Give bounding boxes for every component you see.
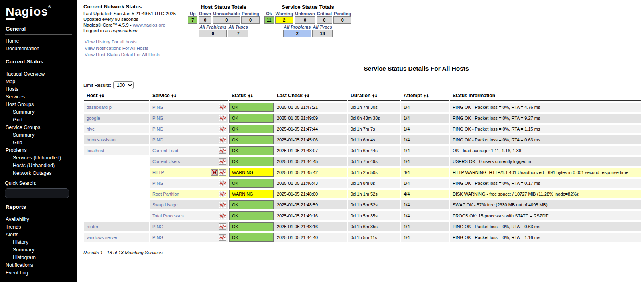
sidebar-item-home[interactable]: Home <box>0 37 77 45</box>
service-totals-header-unknown[interactable]: Unknown <box>295 11 315 16</box>
sort-desc-icon[interactable]: ⬇ <box>426 94 429 98</box>
limit-results-select[interactable]: 100 <box>113 81 134 89</box>
host-totals-header-pending[interactable]: Pending <box>241 11 259 16</box>
trend-graph-icon[interactable] <box>219 115 226 121</box>
service-totals-header-ok[interactable]: Ok <box>264 11 274 16</box>
sidebar-item-alerts[interactable]: Alerts <box>0 231 77 239</box>
column-label: Status <box>232 93 248 98</box>
host-link-router[interactable]: router <box>87 224 98 229</box>
trend-graph-icon[interactable] <box>219 223 226 230</box>
sidebar-subitem-hosts-unhandled[interactable]: Hosts (Unhandled) <box>0 162 77 170</box>
sidebar-subitem-summary[interactable]: Summary <box>0 246 77 254</box>
trend-graph-icon[interactable] <box>219 202 226 208</box>
sort-desc-icon[interactable]: ⬇ <box>250 94 253 98</box>
sidebar-item-map[interactable]: Map <box>0 78 77 86</box>
sidebar-item-tactical-overview[interactable]: Tactical Overview <box>0 70 77 78</box>
host-totals-header-up[interactable]: Up <box>188 11 197 16</box>
attempt-cell: 1/4 <box>401 125 449 133</box>
sidebar-subitem-network-outages[interactable]: Network Outages <box>0 170 77 177</box>
sidebar-item-trends[interactable]: Trends <box>0 223 77 231</box>
service-link-ping[interactable]: PING <box>152 180 163 186</box>
sidebar-subitem-summary[interactable]: Summary <box>0 108 77 116</box>
sidebar-item-hosts[interactable]: Hosts <box>0 86 77 93</box>
service-link-root-partition[interactable]: Root Partition <box>152 191 179 197</box>
sidebar-item-documentation[interactable]: Documentation <box>0 45 77 53</box>
service-link-current-load[interactable]: Current Load <box>152 148 178 153</box>
sort-desc-icon[interactable]: ⬇ <box>174 94 177 98</box>
service-link-http[interactable]: HTTP <box>152 170 164 175</box>
trend-graph-icon[interactable] <box>219 126 226 132</box>
trend-graph-icon[interactable] <box>219 169 226 176</box>
host-link-home-assistant[interactable]: home-assistant <box>87 137 117 142</box>
sort-desc-icon[interactable]: ⬇ <box>102 94 104 98</box>
sidebar-subitem-history[interactable]: History <box>0 239 77 246</box>
trend-graph-icon[interactable] <box>219 158 226 165</box>
table-row: routerPINGOK2025-01-05 21:48:160d 1h 6m … <box>84 222 641 231</box>
host-link-dashboard-pi[interactable]: dashboard-pi <box>87 105 112 110</box>
sidebar-subitem-histogram[interactable]: Histogram <box>0 254 77 262</box>
sidebar-item-service-groups[interactable]: Service Groups <box>0 124 77 131</box>
service-totals-header-all-types[interactable]: All Types <box>312 25 333 29</box>
sidebar: Nagios® GeneralHomeDocumentationCurrent … <box>0 0 77 282</box>
column-header-attempt: Attempt ⬆⬇ <box>401 92 449 101</box>
host-link-localhost[interactable]: localhost <box>87 148 104 153</box>
trend-graph-icon[interactable] <box>219 104 226 110</box>
sort-desc-icon[interactable]: ⬇ <box>307 94 309 98</box>
service-totals-title: Service Status Totals <box>263 4 353 10</box>
sidebar-item-notifications[interactable]: Notifications <box>0 262 77 269</box>
host-totals-header-unreachable[interactable]: Unreachable <box>213 11 240 16</box>
service-totals-header-all-problems[interactable]: All Problems <box>283 25 311 29</box>
sidebar-subitem-services-unhandled[interactable]: Services (Unhandled) <box>0 154 77 162</box>
table-row: PINGOK2025-01-05 21:46:430d 1h 8m 8s1/4P… <box>84 179 641 188</box>
service-link-ping[interactable]: PING <box>152 137 163 143</box>
host-link-google[interactable]: google <box>87 116 100 121</box>
duration-cell: 0d 1h 7m 7s <box>348 125 400 133</box>
view-link-view-notifications-for-all-hosts[interactable]: View Notifications For All Hosts <box>83 45 186 51</box>
quick-search-input[interactable] <box>5 188 69 198</box>
sidebar-item-problems[interactable]: Problems <box>0 147 77 154</box>
service-link-ping[interactable]: PING <box>152 126 163 132</box>
service-link-ping[interactable]: PING <box>152 115 163 121</box>
trend-graph-icon[interactable] <box>219 180 226 186</box>
host-cell: router <box>84 222 149 231</box>
table-row: localhostCurrent LoadOK2025-01-05 21:48:… <box>84 146 641 155</box>
trend-graph-icon[interactable] <box>219 191 226 197</box>
service-link-ping[interactable]: PING <box>152 235 163 240</box>
nagios-org-link[interactable]: www.nagios.org <box>133 22 165 27</box>
sort-desc-icon[interactable]: ⬇ <box>374 94 377 98</box>
table-row: dashboard-piPINGOK2025-01-05 21:47:210d … <box>84 103 641 112</box>
trend-graph-icon[interactable] <box>219 234 226 241</box>
host-totals-header-all-problems[interactable]: All Problems <box>199 25 227 29</box>
sidebar-item-availability[interactable]: Availability <box>0 216 77 223</box>
sort-icons: ⬆⬇ <box>423 94 429 98</box>
service-link-ping[interactable]: PING <box>152 104 163 110</box>
view-link-view-host-status-detail-for-all-hosts[interactable]: View Host Status Detail For All Hosts <box>83 51 186 58</box>
sidebar-item-services[interactable]: Services <box>0 93 77 101</box>
host-totals-header-down[interactable]: Down <box>199 11 211 16</box>
trend-graph-icon[interactable] <box>219 213 226 219</box>
service-cell: Total Processes <box>150 211 228 220</box>
service-link-ping[interactable]: PING <box>152 224 163 229</box>
sidebar-subitem-grid[interactable]: Grid <box>0 139 77 147</box>
trend-graph-icon[interactable] <box>219 147 226 154</box>
service-link-total-processes[interactable]: Total Processes <box>152 213 184 219</box>
sidebar-item-host-groups[interactable]: Host Groups <box>0 101 77 108</box>
sidebar-subitem-grid[interactable]: Grid <box>0 116 77 124</box>
quick-search-label: Quick Search: <box>0 177 77 187</box>
service-cell: PING <box>150 125 228 133</box>
service-totals-count-all-types: 13 <box>312 30 333 37</box>
status-info-cell: PING OK - Packet loss = 0%, RTA = 1.15 m… <box>450 125 641 133</box>
service-totals-header-warning[interactable]: Warning <box>275 11 294 16</box>
service-totals-header-pending[interactable]: Pending <box>333 11 351 16</box>
host-totals-header-all-types[interactable]: All Types <box>228 25 248 29</box>
sidebar-item-event-log[interactable]: Event Log <box>0 269 77 277</box>
host-totals-count-down: 0 <box>199 16 211 24</box>
service-link-current-users[interactable]: Current Users <box>152 159 180 164</box>
host-link-windows-server[interactable]: windows-server <box>87 235 117 240</box>
host-link-hive[interactable]: hive <box>87 127 95 131</box>
sidebar-subitem-summary[interactable]: Summary <box>0 131 77 139</box>
service-link-swap-usage[interactable]: Swap Usage <box>152 202 177 208</box>
service-totals-header-critical[interactable]: Critical <box>317 11 332 16</box>
view-link-view-history-for-all-hosts[interactable]: View History For all hosts <box>83 39 186 45</box>
trend-graph-icon[interactable] <box>219 137 226 143</box>
